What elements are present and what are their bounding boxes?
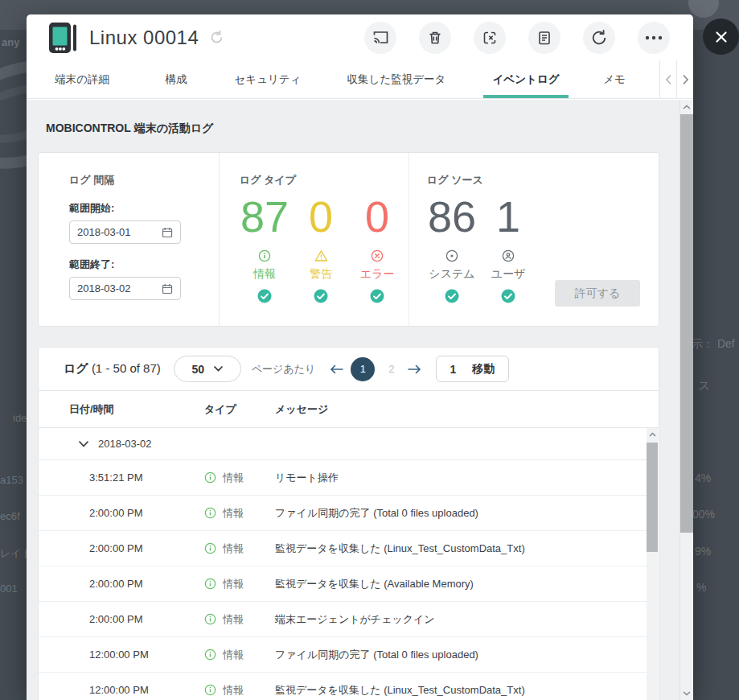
dialog-body: MOBICONTROL 端末の活動ログ ログ 間隔 範囲開始: 2018-03-… [27, 100, 693, 700]
goto-page-control: 1 移動 [436, 356, 510, 382]
row-message: リモート操作 [275, 471, 659, 485]
arrow-right-icon [408, 364, 421, 374]
table-scrollbar-thumb[interactable] [647, 443, 658, 552]
more-options-button[interactable] [638, 22, 670, 54]
refresh-button[interactable] [583, 22, 615, 54]
user-icon [502, 249, 515, 262]
calendar-icon[interactable] [162, 283, 173, 294]
row-time: 12:00:00 PM [69, 684, 204, 696]
range-start-label: 範囲開始: [69, 201, 219, 216]
page-1-button[interactable]: 1 [351, 357, 375, 381]
calendar-icon[interactable] [162, 227, 173, 238]
row-message: 監視データを収集した (Linux_Test_CustomData_Txt) [275, 683, 659, 698]
log-source-section: ログ ソース 86 システム [409, 153, 659, 326]
log-type-title: ログ タイプ [240, 173, 409, 187]
per-page-label: ページあたり [252, 362, 316, 377]
info-icon [204, 578, 216, 590]
row-time: 2:00:00 PM [69, 613, 204, 625]
range-start-input[interactable]: 2018-03-01 [69, 220, 181, 244]
log-interval-section: ログ 間隔 範囲開始: 2018-03-01 範囲終了: 2018-03-02 [39, 153, 220, 326]
row-type-label: 情報 [223, 612, 244, 627]
background-text: ス [698, 378, 710, 393]
user-filter-checkbox[interactable] [501, 289, 515, 303]
ellipsis-icon [645, 35, 663, 40]
table-row[interactable]: 2:00:00 PM 情報 ファイル同期の完了 (Total 0 files u… [39, 496, 659, 531]
dialog-header: Linux 00014 [27, 14, 693, 60]
scroll-down-icon[interactable] [680, 686, 693, 700]
delete-device-button[interactable] [419, 22, 451, 54]
table-row[interactable]: 3:51:21 PM 情報 リモート操作 [39, 460, 659, 496]
background-text: 示： Def [692, 337, 735, 352]
row-type-label: 情報 [223, 648, 244, 662]
stat-error: 0 エラー [352, 194, 402, 303]
system-label: システム [429, 267, 474, 282]
system-filter-checkbox[interactable] [445, 289, 459, 303]
row-type-label: 情報 [223, 471, 244, 485]
background-text: 4% [695, 471, 711, 484]
log-filter-card: ログ 間隔 範囲開始: 2018-03-01 範囲終了: 2018-03-02 [38, 152, 659, 327]
background-text: 00% [692, 508, 715, 521]
system-icon [445, 249, 458, 262]
system-count: 86 [428, 194, 476, 239]
device-remove-icon [482, 30, 498, 46]
table-row[interactable]: 2:00:00 PM 情報 監視データを収集した (Available Memo… [39, 566, 659, 602]
tab-collected-data[interactable]: 収集した監視データ [321, 60, 472, 98]
apply-filter-button[interactable]: 許可する [555, 280, 640, 307]
document-lines-icon [536, 30, 552, 46]
log-title-label: ログ [64, 361, 88, 375]
sync-status-icon [209, 30, 224, 45]
remote-control-button[interactable] [364, 22, 396, 54]
prev-page-button[interactable] [330, 364, 343, 374]
device-detail-dialog: Linux 00014 [27, 14, 693, 700]
tab-notes[interactable]: メモ [580, 60, 649, 98]
next-page-button[interactable] [408, 364, 421, 374]
info-icon [204, 507, 216, 519]
log-table-header: ログ (1 - 50 of 87) 50 ページあたり 1 2 [39, 348, 659, 391]
tab-event-log[interactable]: イベントログ [472, 60, 580, 98]
tab-configuration[interactable]: 構成 [138, 60, 215, 98]
info-icon [204, 542, 216, 554]
arrow-left-icon [330, 364, 343, 374]
page-size-dropdown[interactable]: 50 [174, 356, 241, 382]
page-2-button[interactable]: 2 [388, 363, 394, 375]
table-row[interactable]: 12:00:00 PM 情報 監視データを収集した (Linux_Test_Cu… [39, 673, 659, 700]
goto-page-input[interactable]: 1 [450, 363, 457, 376]
warning-filter-checkbox[interactable] [314, 289, 328, 303]
chevron-down-icon [79, 441, 88, 447]
tabs-scroll-right-button[interactable] [676, 60, 693, 98]
date-group-row[interactable]: 2018-03-02 [39, 428, 659, 460]
tab-security[interactable]: セキュリティ [215, 60, 321, 98]
table-row[interactable]: 2:00:00 PM 情報 端末エージェントがチェックイン [39, 602, 659, 637]
dialog-scrollbar-thumb[interactable] [680, 114, 693, 533]
close-button[interactable] [703, 19, 739, 55]
table-scrollbar[interactable] [647, 428, 658, 700]
row-message: 端末エージェントがチェックイン [275, 612, 659, 627]
scroll-up-icon[interactable] [680, 100, 693, 113]
column-type: タイプ [204, 402, 275, 417]
tab-device-details[interactable]: 端末の詳細 [27, 60, 138, 98]
table-row[interactable]: 12:00:00 PM 情報 ファイル同期の完了 (Total 0 files … [39, 637, 659, 673]
log-count-title: ログ (1 - 50 of 87) [64, 361, 161, 377]
error-count: 0 [365, 194, 389, 239]
table-row[interactable]: 2:00:00 PM 情報 監視データを収集した (Linux_Test_Cus… [39, 531, 659, 566]
group-date: 2018-03-02 [98, 438, 152, 450]
scroll-up-icon[interactable] [647, 428, 658, 441]
device-title: Linux 00014 [89, 27, 199, 49]
log-interval-title: ログ 間隔 [69, 173, 219, 187]
error-icon [371, 249, 384, 262]
user-label: ユーザ [491, 267, 526, 282]
error-filter-checkbox[interactable] [370, 289, 384, 303]
row-type-label: 情報 [223, 577, 244, 591]
notes-button[interactable] [528, 22, 560, 54]
log-range: (1 - 50 of 87) [92, 361, 161, 375]
range-end-input[interactable]: 2018-03-02 [69, 277, 181, 300]
range-end-value: 2018-03-02 [77, 282, 162, 294]
unenroll-device-button[interactable] [474, 22, 506, 54]
goto-page-button[interactable]: 移動 [472, 362, 495, 377]
info-filter-checkbox[interactable] [257, 289, 272, 303]
row-message: 監視データを収集した (Linux_Test_CustomData_Txt) [275, 541, 659, 556]
dialog-scrollbar[interactable] [679, 100, 693, 700]
range-start-value: 2018-03-01 [77, 226, 162, 238]
tabs-scroll-left-button[interactable] [659, 60, 676, 98]
row-time: 2:00:00 PM [69, 578, 204, 590]
